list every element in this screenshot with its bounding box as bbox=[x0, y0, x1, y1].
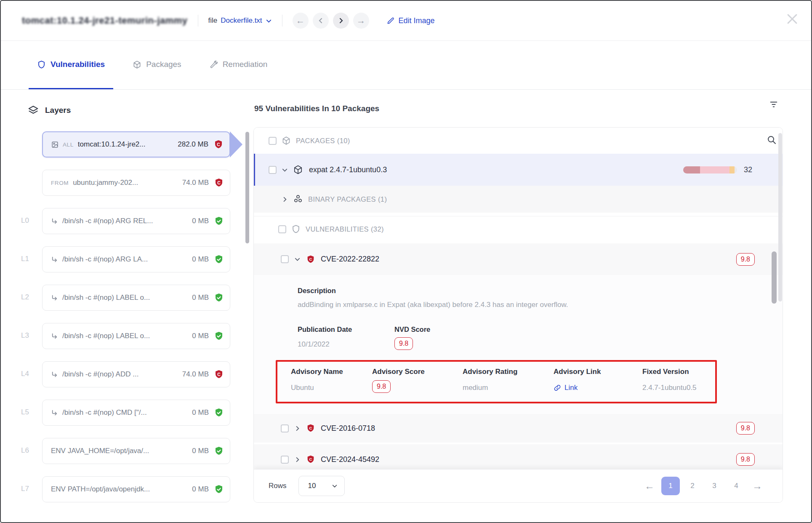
link-icon bbox=[554, 384, 561, 392]
vulnerabilities-panel: 95 Vulnerabilities In 10 Packages PACKAG… bbox=[253, 90, 811, 522]
prev-page-button[interactable]: ← bbox=[641, 480, 658, 492]
layer-item-l2[interactable]: /bin/sh -c #(nop) LABEL o... 0 MB bbox=[42, 285, 230, 311]
ok-shield-icon bbox=[214, 331, 224, 341]
chevron-right-icon[interactable] bbox=[294, 456, 301, 463]
package-row-expat[interactable]: expat 2.4.7-1ubuntu0.3 32 bbox=[254, 154, 783, 186]
layer-size: 74.0 MB bbox=[182, 370, 209, 379]
sidebar-scrollbar[interactable] bbox=[245, 132, 249, 243]
next-layer-button[interactable] bbox=[333, 13, 349, 29]
cvss-score-badge: 9.8 bbox=[736, 422, 755, 435]
package-icon bbox=[293, 165, 303, 175]
file-label: file bbox=[208, 16, 218, 25]
search-button[interactable] bbox=[767, 135, 777, 145]
critical-shield-icon: C bbox=[213, 139, 224, 149]
edit-image-label: Edit Image bbox=[399, 16, 435, 25]
checkbox[interactable] bbox=[281, 255, 289, 263]
image-icon bbox=[51, 141, 59, 148]
layer-text: /bin/sh -c #(nop) LABEL o... bbox=[62, 294, 188, 302]
cve-row[interactable]: C CVE-2016-0718 9.8 bbox=[254, 414, 783, 443]
layers-title: Layers bbox=[45, 106, 71, 115]
layer-item-l0[interactable]: /bin/sh -c #(nop) ARG REL... 0 MB bbox=[42, 208, 230, 234]
rows-per-page-select[interactable]: 10 bbox=[298, 476, 345, 496]
subcommand-arrow-icon bbox=[51, 218, 58, 225]
layer-index: L0 bbox=[21, 216, 29, 225]
cve-row-expanded[interactable]: C CVE-2022-22822 9.8 bbox=[254, 243, 783, 275]
page-button-3[interactable]: 3 bbox=[705, 477, 724, 495]
binary-packages-row[interactable]: BINARY PACKAGES (1) bbox=[254, 186, 783, 213]
layer-item-l1[interactable]: /bin/sh -c #(nop) ARG LA... 0 MB bbox=[42, 246, 230, 272]
tab-remediation[interactable]: Remediation bbox=[201, 41, 276, 89]
jump-last-button[interactable]: → bbox=[353, 13, 369, 29]
vulnerabilities-heading: 95 Vulnerabilities In 10 Packages bbox=[254, 104, 379, 113]
checkbox[interactable] bbox=[281, 424, 289, 432]
chevron-right-icon[interactable] bbox=[294, 425, 301, 432]
layer-item-l7[interactable]: ENV PATH=/opt/java/openjdk... 0 MB bbox=[42, 476, 230, 502]
layer-text: /bin/sh -c #(nop) CMD ["/... bbox=[62, 408, 188, 417]
layer-item-l3[interactable]: /bin/sh -c #(nop) LABEL o... 0 MB bbox=[42, 323, 230, 349]
close-button[interactable] bbox=[785, 12, 799, 26]
pagination: ← 1 2 3 4 → bbox=[641, 477, 766, 495]
subcommand-arrow-icon bbox=[51, 371, 58, 378]
layer-index: L6 bbox=[21, 446, 29, 455]
layer-item-l6[interactable]: ENV JAVA_HOME=/opt/java/... 0 MB bbox=[42, 438, 230, 464]
ok-shield-icon bbox=[214, 254, 224, 264]
packages-group-row[interactable]: PACKAGES (10) bbox=[254, 128, 783, 154]
layer-item-all[interactable]: ALL tomcat:10.1.24-jre2... 282.0 MB C bbox=[42, 131, 230, 157]
page-button-4[interactable]: 4 bbox=[727, 477, 745, 495]
chevron-down-icon[interactable] bbox=[282, 167, 288, 173]
file-value: Dockerfile.txt bbox=[221, 16, 262, 25]
layer-item-from[interactable]: FROM ubuntu:jammy-202... 74.0 MB C bbox=[42, 170, 230, 196]
vulnerability-tree-card: PACKAGES (10) expat 2.4.7-1ubuntu0.3 32 bbox=[253, 127, 783, 503]
jump-first-button[interactable]: ← bbox=[293, 13, 309, 29]
chevron-left-icon bbox=[317, 17, 324, 24]
list-scrollbar[interactable] bbox=[778, 133, 782, 302]
page-button-2[interactable]: 2 bbox=[683, 477, 702, 495]
cve-id: CVE-2024-45492 bbox=[321, 455, 379, 464]
tab-label: Vulnerabilities bbox=[51, 60, 105, 69]
chevron-right-icon[interactable] bbox=[282, 196, 288, 203]
cvss-score-badge: 9.8 bbox=[736, 253, 755, 266]
divider bbox=[282, 15, 282, 27]
tab-packages[interactable]: Packages bbox=[124, 41, 189, 89]
layer-navigation: ← → bbox=[293, 13, 369, 29]
layer-item-l4[interactable]: /bin/sh -c #(nop) ADD ... 74.0 MB C bbox=[42, 361, 230, 387]
layer-item-l5[interactable]: /bin/sh -c #(nop) CMD ["/... 0 MB bbox=[42, 400, 230, 426]
svg-text:C: C bbox=[309, 426, 312, 430]
critical-shield-icon: C bbox=[214, 178, 224, 188]
next-page-button[interactable]: → bbox=[749, 480, 766, 492]
close-icon bbox=[785, 12, 799, 26]
detail-scrollbar[interactable] bbox=[772, 251, 777, 304]
checkbox[interactable] bbox=[281, 456, 289, 464]
layer-text: /bin/sh -c #(nop) ARG REL... bbox=[62, 217, 188, 225]
prev-layer-button[interactable] bbox=[313, 13, 329, 29]
cve-id: CVE-2022-22822 bbox=[321, 255, 379, 264]
layer-prefix: FROM bbox=[51, 180, 69, 186]
layer-size: 0 MB bbox=[192, 485, 209, 494]
binary-packages-icon bbox=[293, 194, 303, 204]
checkbox[interactable] bbox=[269, 137, 277, 145]
cve-detail-section: Description addBinding in xmlparse.c in … bbox=[254, 275, 783, 414]
ok-shield-icon bbox=[214, 293, 224, 303]
layer-size: 0 MB bbox=[192, 255, 209, 264]
vulnerabilities-group-label: VULNERABILITIES (32) bbox=[306, 225, 384, 233]
chevron-down-icon[interactable] bbox=[294, 256, 301, 262]
shield-icon bbox=[37, 60, 46, 69]
dockerfile-select[interactable]: file Dockerfile.txt bbox=[208, 16, 272, 25]
layer-size: 0 MB bbox=[192, 408, 209, 417]
checkbox[interactable] bbox=[269, 166, 277, 174]
filter-button[interactable] bbox=[769, 100, 778, 109]
rows-label: Rows bbox=[269, 482, 287, 490]
subcommand-arrow-icon bbox=[51, 256, 58, 263]
checkbox[interactable] bbox=[278, 225, 286, 233]
edit-image-button[interactable]: Edit Image bbox=[387, 16, 435, 25]
tab-vulnerabilities[interactable]: Vulnerabilities bbox=[29, 41, 113, 89]
vulnerability-count: 32 bbox=[744, 165, 752, 174]
shield-icon bbox=[291, 224, 301, 234]
layer-size: 282.0 MB bbox=[178, 140, 208, 149]
page-button-1[interactable]: 1 bbox=[661, 477, 680, 495]
vulnerabilities-group-row[interactable]: VULNERABILITIES (32) bbox=[254, 216, 783, 242]
critical-shield-icon: C bbox=[306, 455, 315, 464]
advisory-link[interactable]: Link bbox=[554, 384, 578, 392]
arrow-right-icon: → bbox=[357, 16, 365, 26]
nvd-score-label: NVD Score bbox=[394, 326, 430, 334]
